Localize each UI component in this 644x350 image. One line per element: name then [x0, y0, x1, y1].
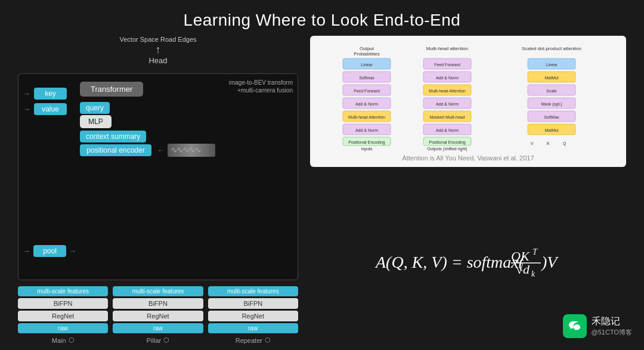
attention-diagram-svg: Output Probabilities Linear Softmax Feed… [331, 42, 605, 152]
svg-text:Softmax: Softmax [359, 76, 374, 80]
camera-label-row-repeater: Repeater ⬡ [236, 336, 271, 344]
svg-text:A(Q, K, V) = softmax(: A(Q, K, V) = softmax( [374, 253, 525, 271]
arrow-right-icon: → [69, 247, 76, 255]
svg-text:Add & Norm: Add & Norm [436, 128, 459, 132]
svg-text:Multi-head Attention: Multi-head Attention [429, 89, 466, 93]
value-button: value [34, 103, 67, 115]
right-panel: Output Probabilities Linear Softmax Feed… [310, 36, 626, 344]
regnet-repeater: RegNet [208, 311, 298, 321]
raw-pillar: raw [113, 323, 203, 333]
vector-space-label: Vector Space Road Edges [119, 36, 196, 43]
mlp-block: MLP [80, 115, 112, 128]
bottom-cameras: multi-scale features BiFPN RegNet raw Ma… [18, 286, 298, 344]
key-button: key [34, 88, 67, 100]
svg-text:Probabilities: Probabilities [354, 51, 380, 57]
svg-text:V: V [531, 141, 534, 145]
transformer-box: image-to-BEV transform +multi-camera fus… [18, 73, 298, 280]
up-arrow-icon: ↑ [156, 44, 161, 55]
query-button: query [80, 102, 110, 114]
head-label: Head [148, 56, 167, 65]
image-bev-label: image-to-BEV transform +multi-camera fus… [229, 79, 293, 94]
camera-name-repeater: Repeater [236, 337, 262, 344]
camera-label-row-main: Main ⬡ [52, 336, 75, 344]
left-panel: Vector Space Road Edges ↑ Head image-to-… [18, 36, 298, 344]
camera-column-repeater: multi-scale features BiFPN RegNet raw Re… [208, 286, 298, 344]
svg-text:Scaled dot-product attention: Scaled dot-product attention [522, 46, 581, 51]
svg-text:Feed Forward: Feed Forward [354, 89, 380, 93]
context-summary-button: context summary [80, 131, 146, 143]
svg-text:Positional Encoding: Positional Encoding [429, 140, 466, 145]
arrow-right-icon: → [23, 105, 30, 113]
multi-scale-features-pillar: multi-scale features [113, 286, 203, 296]
svg-text:Linear: Linear [361, 63, 373, 67]
formula-svg: A(Q, K, V) = softmax( QK T √d k )V [373, 238, 564, 280]
attention-diagram-box: Output Probabilities Linear Softmax Feed… [310, 36, 626, 167]
positional-row: positional encoder ← [80, 144, 215, 157]
bifpn-repeater: BiFPN [208, 298, 298, 309]
bifpn-main: BiFPN [18, 298, 108, 309]
head-label-area: Vector Space Road Edges ↑ Head [18, 36, 298, 69]
arrow-right-icon: → [23, 89, 30, 98]
regnet-pillar: RegNet [113, 311, 203, 321]
svg-text:)V: )V [540, 253, 559, 271]
watermark-name: 禾隐记 [592, 315, 632, 328]
svg-text:k: k [531, 270, 535, 278]
svg-text:Masked Multi-head: Masked Multi-head [429, 115, 465, 119]
raw-main: raw [18, 323, 108, 333]
multi-scale-features-repeater: multi-scale features [208, 286, 298, 296]
svg-text:Multi-head Attention: Multi-head Attention [348, 115, 385, 119]
svg-text:Add & Norm: Add & Norm [355, 128, 378, 132]
svg-text:Linear: Linear [546, 63, 558, 67]
context-positional: context summary positional encoder ← [80, 131, 215, 157]
svg-text:Inputs: Inputs [361, 147, 373, 151]
value-row: → value [23, 103, 76, 115]
svg-text:Outputs (shifted right): Outputs (shifted right) [427, 147, 467, 151]
camera-icon-repeater: ⬡ [265, 336, 271, 344]
svg-text:Scale: Scale [546, 89, 557, 93]
svg-text:Q: Q [563, 141, 566, 146]
svg-text:Positional Encoding: Positional Encoding [348, 140, 385, 145]
svg-text:T: T [532, 247, 538, 256]
svg-text:MatMul: MatMul [545, 128, 559, 132]
attention-caption: Attention is All You Need, Vaswani et al… [402, 154, 534, 162]
svg-text:MatMul: MatMul [545, 76, 559, 80]
multi-scale-features-main: multi-scale features [18, 286, 108, 296]
wechat-icon [563, 314, 587, 338]
camera-icon-pillar: ⬡ [163, 336, 169, 344]
wave-icon [168, 144, 215, 157]
page-title: Learning Where to Look End-to-End [0, 0, 644, 36]
svg-text:Output: Output [360, 46, 374, 51]
left-arrow-icon: ← [157, 147, 164, 154]
pool-button: pool [33, 245, 66, 257]
watermark-text: 禾隐记 @51CTO博客 [592, 315, 632, 337]
pool-row: → pool → [23, 245, 76, 257]
svg-text:Add & Norm: Add & Norm [436, 76, 459, 80]
watermark: 禾隐记 @51CTO博客 [563, 314, 632, 338]
svg-text:Add & Norm: Add & Norm [436, 102, 459, 106]
key-row: → key [23, 88, 76, 100]
svg-text:Feed Forward: Feed Forward [434, 63, 460, 67]
regnet-main: RegNet [18, 311, 108, 321]
camera-label-row-pillar: Pillar ⬡ [147, 336, 169, 344]
camera-column-main: multi-scale features BiFPN RegNet raw Ma… [18, 286, 108, 344]
transformer-block: Transformer [80, 82, 143, 97]
content-area: Vector Space Road Edges ↑ Head image-to-… [0, 36, 644, 344]
camera-name-pillar: Pillar [147, 337, 161, 344]
positional-encoder-button: positional encoder [80, 144, 151, 156]
svg-text:SoftMax: SoftMax [544, 115, 559, 119]
camera-column-pillar: multi-scale features BiFPN RegNet raw Pi… [113, 286, 203, 344]
camera-icon-main: ⬡ [69, 336, 75, 344]
svg-text:Mask (opt.): Mask (opt.) [541, 102, 562, 107]
svg-text:√d: √d [516, 262, 530, 277]
bifpn-pillar: BiFPN [113, 298, 203, 309]
arrow-right-icon: → [23, 247, 30, 255]
raw-repeater: raw [208, 323, 298, 333]
camera-name-main: Main [52, 337, 66, 344]
svg-text:K: K [547, 141, 550, 145]
watermark-handle: @51CTO博客 [592, 328, 632, 337]
svg-text:Add & Norm: Add & Norm [355, 102, 378, 106]
svg-text:Multi-head attention: Multi-head attention [426, 46, 468, 51]
